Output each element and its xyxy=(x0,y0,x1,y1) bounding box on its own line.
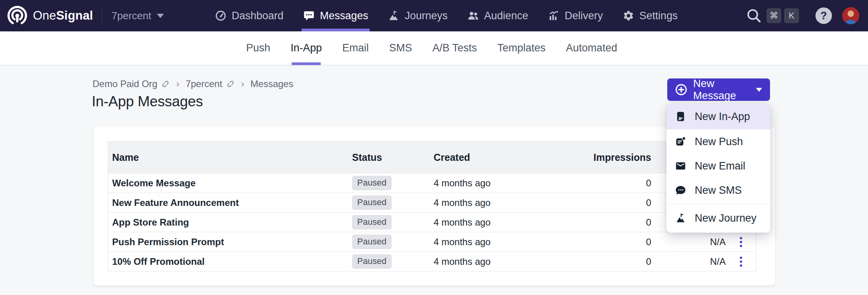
impressions-cell: 0 xyxy=(565,178,653,189)
menu-item-new-in-app[interactable]: New In-App xyxy=(666,104,770,129)
impressions-cell: 0 xyxy=(565,197,653,208)
clicked-cell: N/A xyxy=(653,237,726,248)
table-row[interactable]: App Store Rating Paused 4 months ago 0 N… xyxy=(108,212,756,232)
topnav-messages[interactable]: Messages xyxy=(303,0,368,31)
plus-circle-icon xyxy=(675,84,687,96)
column-header-name: Name xyxy=(108,152,352,163)
tab-automated[interactable]: Automated xyxy=(566,31,617,65)
dashboard-icon xyxy=(215,10,227,22)
topnav-delivery[interactable]: Delivery xyxy=(548,0,603,31)
tab-in-app[interactable]: In-App xyxy=(291,31,322,65)
breadcrumb-current: Messages xyxy=(251,78,293,89)
messages-icon xyxy=(303,10,315,22)
menu-divider xyxy=(666,204,770,204)
impressions-cell: 0 xyxy=(565,217,653,228)
link-icon xyxy=(226,80,235,88)
channel-tabs: Push In-App Email SMS A/B Tests Template… xyxy=(246,31,617,65)
menu-item-new-push[interactable]: New Push xyxy=(666,129,770,154)
breadcrumb-app[interactable]: 7percent xyxy=(185,78,234,89)
table-row[interactable]: Welcome Message Paused 4 months ago 0 N/… xyxy=(108,173,756,193)
search-icon[interactable] xyxy=(746,8,762,24)
sms-icon xyxy=(675,185,686,196)
message-name: Push Permission Prompt xyxy=(108,237,352,248)
clicked-cell: N/A xyxy=(653,256,726,267)
help-button[interactable]: ? xyxy=(815,7,832,24)
status-badge: Paused xyxy=(352,176,392,190)
menu-item-new-email[interactable]: New Email xyxy=(666,154,770,178)
kebab-menu-icon[interactable] xyxy=(736,254,746,269)
tab-push[interactable]: Push xyxy=(246,31,271,65)
org-selector[interactable]: 7percent xyxy=(111,10,163,22)
topnav-dashboard[interactable]: Dashboard xyxy=(215,0,283,31)
page-title: In-App Messages xyxy=(92,93,203,110)
column-header-created: Created xyxy=(434,152,565,163)
link-icon xyxy=(161,80,170,88)
breadcrumb-separator: › xyxy=(176,78,179,89)
journeys-icon xyxy=(388,10,399,22)
new-message-button-label: New Message xyxy=(693,78,756,102)
in-app-icon xyxy=(675,111,686,122)
message-name: 10% Off Promotional xyxy=(108,256,352,267)
tab-templates[interactable]: Templates xyxy=(498,31,546,65)
status-badge: Paused xyxy=(352,235,392,249)
table-header: Name Status Created Impressions xyxy=(108,142,756,173)
column-header-impressions: Impressions xyxy=(565,152,653,163)
status-badge: Paused xyxy=(352,215,392,229)
message-name: New Feature Announcement xyxy=(108,197,352,208)
impressions-cell: 0 xyxy=(565,237,653,248)
created-cell: 4 months ago xyxy=(434,178,565,189)
message-name: App Store Rating xyxy=(108,217,352,228)
settings-icon xyxy=(623,10,634,22)
journey-icon xyxy=(675,213,686,224)
table-row[interactable]: 10% Off Promotional Paused 4 months ago … xyxy=(108,251,756,271)
breadcrumb-org[interactable]: Demo Paid Org xyxy=(93,78,170,89)
menu-item-new-sms[interactable]: New SMS xyxy=(666,178,770,202)
cmd-keycap: ⌘ xyxy=(766,8,781,23)
search-shortcut: ⌘ K xyxy=(766,8,799,23)
tab-sms[interactable]: SMS xyxy=(389,31,412,65)
new-message-button[interactable]: New Message xyxy=(667,78,770,101)
breadcrumb: Demo Paid Org › 7percent › Messages xyxy=(93,78,293,89)
created-cell: 4 months ago xyxy=(434,237,565,248)
push-icon xyxy=(675,136,686,147)
onesignal-logo[interactable]: OneSignal xyxy=(7,5,93,26)
impressions-cell: 0 xyxy=(565,256,653,267)
topnav-audience[interactable]: Audience xyxy=(467,0,528,31)
menu-item-new-journey[interactable]: New Journey xyxy=(666,206,770,230)
kebab-menu-icon[interactable] xyxy=(736,235,746,249)
topnav-items: Dashboard Messages Journeys Audience xyxy=(215,0,677,31)
org-selector-label: 7percent xyxy=(111,10,151,22)
k-keycap: K xyxy=(784,8,799,23)
brand-wordmark: OneSignal xyxy=(33,9,93,23)
status-badge: Paused xyxy=(352,195,392,209)
delivery-icon xyxy=(548,10,559,22)
channel-tabs-bar: Push In-App Email SMS A/B Tests Template… xyxy=(0,31,868,65)
tab-email[interactable]: Email xyxy=(342,31,369,65)
created-cell: 4 months ago xyxy=(434,256,565,267)
breadcrumb-separator: › xyxy=(241,78,244,89)
topnav-right-cluster: ⌘ K ? xyxy=(746,0,859,31)
status-badge: Paused xyxy=(352,254,392,268)
tab-ab-tests[interactable]: A/B Tests xyxy=(432,31,477,65)
topnav-settings[interactable]: Settings xyxy=(623,0,678,31)
created-cell: 4 months ago xyxy=(434,217,565,228)
table-row[interactable]: New Feature Announcement Paused 4 months… xyxy=(108,193,756,212)
table-row[interactable]: Push Permission Prompt Paused 4 months a… xyxy=(108,232,756,251)
message-name: Welcome Message xyxy=(108,178,352,189)
avatar[interactable] xyxy=(842,7,859,24)
column-header-status: Status xyxy=(352,152,434,163)
top-navigation-bar: OneSignal 7percent Dashboard Messages xyxy=(0,0,868,31)
chevron-down-icon xyxy=(756,88,762,92)
email-icon xyxy=(675,160,686,171)
topnav-divider xyxy=(102,7,102,25)
chevron-down-icon xyxy=(157,14,164,18)
audience-icon xyxy=(467,10,479,22)
onesignal-app: OneSignal 7percent Dashboard Messages xyxy=(0,0,868,295)
onesignal-logo-icon xyxy=(7,5,27,26)
messages-table: Name Status Created Impressions Welcome … xyxy=(108,141,756,271)
topnav-journeys[interactable]: Journeys xyxy=(388,0,448,31)
created-cell: 4 months ago xyxy=(434,197,565,208)
new-message-menu: New In-App New Push New Email New SMS N xyxy=(666,104,770,233)
